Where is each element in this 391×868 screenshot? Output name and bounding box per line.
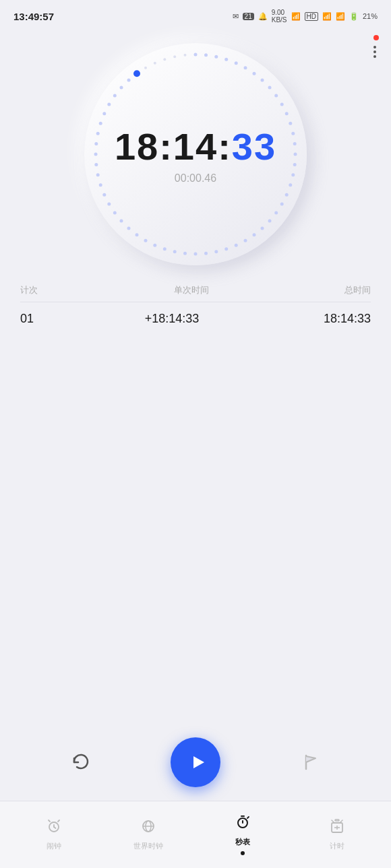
svg-point-59 <box>184 54 187 57</box>
lap-number: 01 <box>20 312 54 326</box>
flag-icon <box>301 753 320 772</box>
worldclock-icon <box>140 818 156 838</box>
svg-point-10 <box>280 103 284 106</box>
nav-item-alarm[interactable]: 闹钟 <box>7 818 101 851</box>
svg-point-11 <box>285 112 289 115</box>
svg-point-55 <box>144 67 147 69</box>
alarm-icon <box>46 818 62 838</box>
svg-point-9 <box>274 94 278 98</box>
dot2 <box>373 51 376 53</box>
notification-dot <box>373 35 379 40</box>
svg-point-27 <box>224 247 228 251</box>
svg-point-25 <box>244 239 247 242</box>
svg-point-14 <box>293 142 297 145</box>
col-total: 总时间 <box>344 284 371 296</box>
more-button[interactable] <box>369 42 380 62</box>
svg-point-53 <box>127 79 131 82</box>
reset-button[interactable] <box>63 745 98 780</box>
battery-icon: 🔋 <box>349 12 359 21</box>
svg-point-49 <box>102 112 106 115</box>
svg-point-36 <box>136 233 139 236</box>
svg-point-18 <box>289 183 292 187</box>
svg-point-47 <box>96 132 100 135</box>
status-time: 13:49:57 <box>13 11 54 22</box>
svg-point-12 <box>289 122 292 125</box>
svg-point-33 <box>163 247 167 251</box>
svg-point-40 <box>107 203 111 206</box>
svg-point-32 <box>173 250 177 253</box>
bell-icon: 🔔 <box>258 12 268 21</box>
nav-item-timer[interactable]: 计时 <box>290 818 384 851</box>
svg-point-7 <box>261 79 264 82</box>
svg-point-39 <box>113 211 117 215</box>
svg-point-28 <box>214 250 218 253</box>
svg-point-23 <box>261 227 264 230</box>
clock-circle: 18:14:33 00:00.46 <box>84 43 307 265</box>
clock-hhmm: 18:14: <box>115 125 232 168</box>
col-split: 单次时间 <box>174 284 209 296</box>
timer-icon <box>329 818 345 838</box>
svg-point-29 <box>204 252 208 255</box>
svg-point-51 <box>113 94 117 98</box>
svg-point-57 <box>163 58 166 61</box>
svg-point-45 <box>94 153 98 156</box>
stopwatch-label: 秒表 <box>235 837 250 847</box>
svg-point-8 <box>268 86 272 90</box>
mail-icon: ✉ <box>233 12 239 21</box>
lap-split-time: +18:14:33 <box>54 312 290 326</box>
svg-point-24 <box>253 233 256 236</box>
svg-point-1 <box>204 53 208 57</box>
svg-point-54 <box>133 70 140 77</box>
svg-point-17 <box>291 173 295 176</box>
clock-sub-time: 00:00.46 <box>175 172 216 185</box>
svg-line-66 <box>58 820 59 822</box>
svg-rect-74 <box>335 820 339 821</box>
play-icon <box>187 752 207 772</box>
timer-label: 计时 <box>330 841 344 851</box>
svg-point-3 <box>224 58 228 61</box>
svg-line-64 <box>54 827 56 828</box>
svg-point-2 <box>214 55 218 59</box>
svg-point-42 <box>99 183 102 187</box>
svg-point-35 <box>144 239 148 242</box>
status-bar: 13:49:57 ✉ 21 🔔 9.00KB/S 📶 HD 📶 📶 🔋 21% <box>0 0 391 30</box>
dot3 <box>373 55 376 58</box>
alarm-label: 闹钟 <box>47 841 61 851</box>
svg-point-50 <box>107 103 111 106</box>
table-row: 01 +18:14:33 18:14:33 <box>20 302 371 335</box>
lap-header: 计次 单次时间 总时间 <box>20 284 371 302</box>
svg-point-56 <box>154 62 156 65</box>
play-button[interactable] <box>171 737 220 787</box>
worldclock-label: 世界时钟 <box>133 841 163 851</box>
dot1 <box>373 46 376 48</box>
svg-point-46 <box>94 142 98 145</box>
col-lap: 计次 <box>20 284 38 296</box>
nav-item-worldclock[interactable]: 世界时钟 <box>101 818 196 851</box>
svg-point-58 <box>173 55 176 58</box>
stopwatch-icon <box>235 814 251 834</box>
svg-point-48 <box>99 122 102 125</box>
svg-point-31 <box>183 252 187 255</box>
svg-point-26 <box>235 244 238 247</box>
svg-point-52 <box>120 86 123 90</box>
svg-line-65 <box>49 820 50 822</box>
svg-line-73 <box>247 817 249 818</box>
lap-button[interactable] <box>293 745 328 780</box>
svg-point-6 <box>253 72 256 75</box>
svg-point-44 <box>94 163 98 166</box>
reset-icon <box>71 752 91 772</box>
active-indicator <box>241 851 245 855</box>
bottom-nav: 闹钟 世界时钟 秒表 <box>0 801 391 868</box>
svg-point-37 <box>127 227 131 230</box>
svg-point-38 <box>120 220 123 223</box>
svg-point-34 <box>153 244 156 247</box>
more-menu-area <box>369 35 380 62</box>
svg-point-0 <box>194 53 198 57</box>
status-icons: ✉ 21 🔔 9.00KB/S 📶 HD 📶 📶 🔋 21% <box>233 9 378 24</box>
svg-point-30 <box>194 253 198 256</box>
hd-icon: HD <box>305 12 318 21</box>
lap-table: 计次 单次时间 总时间 01 +18:14:33 18:14:33 <box>20 284 371 335</box>
svg-point-20 <box>280 203 284 206</box>
svg-point-43 <box>96 173 100 176</box>
nav-item-stopwatch[interactable]: 秒表 <box>196 814 290 855</box>
